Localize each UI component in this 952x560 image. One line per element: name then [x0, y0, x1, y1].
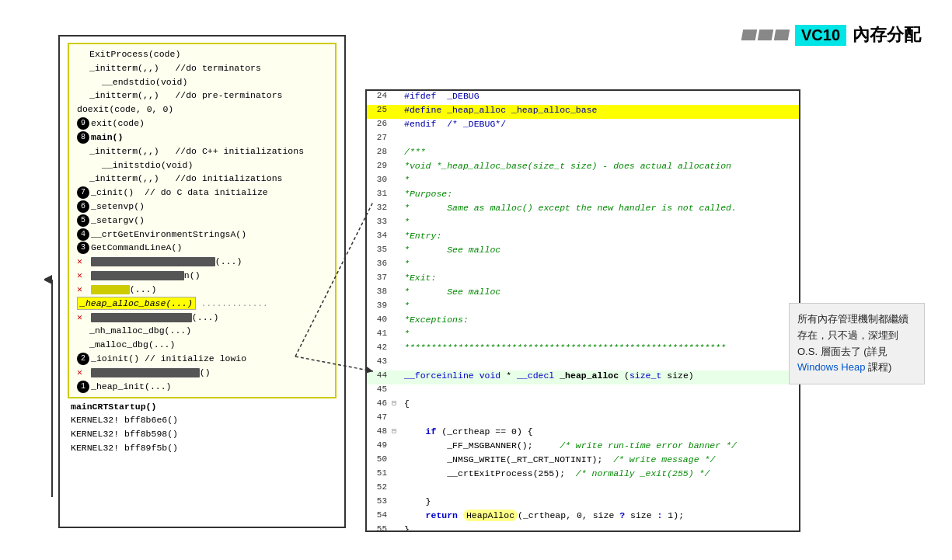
code-content-55: }: [403, 524, 796, 532]
code-line-27: 27: [367, 133, 799, 147]
call-line-setenvp: 6_setenvp(): [74, 200, 330, 214]
code-content-32: * Same as malloc() except the new handle…: [403, 203, 796, 213]
vc10-badge: VC10: [795, 25, 846, 46]
code-content-49: _FF_MSGBANNER(); /* write run-time error…: [403, 440, 796, 450]
side-comment-box: 所有內存管理機制都繼續存在，只不過，深埋到 O.S. 層面去了 (詳見 Wind…: [789, 303, 925, 384]
call-line-crtgetenv: 4__crtGetEnvironmentStringsA(): [74, 228, 330, 242]
code-content-24: #ifdef _DEBUG: [403, 91, 796, 101]
code-content-30: *: [403, 175, 796, 185]
badge-5: 5: [77, 214, 89, 227]
page-title: 內存分配: [853, 23, 921, 47]
call-line-redact4: ✕ (...): [74, 311, 330, 325]
code-line-34: 34 *Entry:: [367, 231, 799, 245]
code-content-50: _NMSG_WRITE(_RT_CRT_NOTINIT); /* write m…: [403, 454, 796, 464]
call-line-redact1: ✕ (...): [74, 255, 330, 269]
badge-7: 7: [77, 186, 89, 199]
code-line-31: 31 *Purpose:: [367, 189, 799, 203]
call-line-doexit: doexit(code, 0, 0): [74, 103, 330, 117]
call-line-heap-alloc-base: _heap_alloc_base(...) .............: [74, 297, 330, 311]
code-line-38: 38 * See malloc: [367, 287, 799, 301]
redx-icon-1: ✕: [77, 256, 82, 266]
badge-9: 9: [77, 117, 89, 130]
code-line-55: 55 }: [367, 524, 799, 532]
windows-heap-link[interactable]: Windows Heap: [797, 361, 865, 373]
code-line-30: 30 *: [367, 175, 799, 189]
call-line-initterm2: _initterm(,,) //do pre-terminators: [74, 89, 330, 103]
code-line-29: 29 *void *_heap_alloc_base(size_t size) …: [367, 161, 799, 175]
code-line-36: 36 *: [367, 259, 799, 273]
call-stack-top-section: ExitProcess(code) _initterm(,,) //do ter…: [68, 43, 337, 398]
call-line-redact5: ✕ (): [74, 366, 330, 380]
side-comment-text-before: 所有內存管理機制都繼續存在，只不過，深埋到 O.S. 層面去了 (詳見: [797, 313, 908, 357]
code-content-48: if (_crtheap == 0) {: [403, 426, 796, 437]
code-content-54: return HeapAlloc(_crtheap, 0, size ? siz…: [403, 510, 796, 520]
call-stack-panel: ExitProcess(code) _initterm(,,) //do ter…: [58, 35, 346, 528]
code-content-38: * See malloc: [403, 287, 796, 297]
code-line-45: 45: [367, 384, 799, 398]
redx-icon-5: ✕: [77, 367, 82, 377]
call-line-initstdio: __initstdio(void): [74, 158, 330, 172]
call-line-k3: KERNEL32! bff89f5b(): [68, 441, 337, 455]
call-line-initterm3: _initterm(,,) //do C++ initializations: [74, 144, 330, 158]
code-panel: 24 #ifdef _DEBUG 25 #define _heap_alloc …: [365, 89, 800, 532]
badge-8: 8: [77, 131, 89, 144]
code-line-39: 39 *: [367, 301, 799, 315]
badge-3: 3: [77, 242, 89, 254]
call-line-redact3: ✕ (...): [74, 283, 330, 297]
call-line-initterm1: _initterm(,,) //do terminators: [74, 61, 330, 75]
code-content-36: *: [403, 259, 796, 269]
badge-2: 2: [77, 353, 89, 365]
call-line-nh-malloc: _nh_malloc_dbg(...): [74, 324, 330, 338]
redx-icon-3: ✕: [77, 284, 82, 294]
page-header: VC10 內存分配: [742, 23, 921, 47]
call-line-getcmdline: 3GetCommandLineA(): [74, 241, 330, 255]
code-line-50: 50 _NMSG_WRITE(_RT_CRT_NOTINIT); /* writ…: [367, 454, 799, 468]
redacted-bar-3: [91, 285, 130, 294]
code-line-44: 44 __forceinline void * __cdecl _heap_al…: [367, 370, 799, 384]
code-content-44: __forceinline void * __cdecl _heap_alloc…: [403, 370, 796, 381]
badge-1: 1: [77, 381, 89, 393]
code-line-32: 32 * Same as malloc() except the new han…: [367, 203, 799, 217]
call-line-malloc-dbg: _malloc_dbg(...): [74, 338, 330, 352]
code-line-26: 26 #endif /* _DEBUG*/: [367, 119, 799, 133]
code-line-46: 46 ⊟ {: [367, 398, 799, 412]
code-line-48: 48 ⊟ if (_crtheap == 0) {: [367, 426, 799, 440]
code-line-42: 42 *************************************…: [367, 343, 799, 357]
code-content-51: __crtExitProcess(255); /* normally _exit…: [403, 468, 796, 478]
code-line-52: 52: [367, 482, 799, 496]
redx-icon-4: ✕: [77, 312, 82, 322]
redacted-bar-4: [91, 313, 192, 322]
code-content-46: {: [403, 398, 796, 409]
call-line-k1: KERNEL32! bff8b6e6(): [68, 413, 337, 427]
call-line-endstdio: __endstdio(void): [74, 75, 330, 89]
code-line-49: 49 _FF_MSGBANNER(); /* write run-time er…: [367, 440, 799, 454]
up-arrow-icon: [44, 272, 60, 505]
code-content-31: *Purpose:: [403, 189, 796, 199]
code-line-33: 33 *: [367, 217, 799, 231]
code-line-47: 47: [367, 412, 799, 426]
code-line-28: 28 /***: [367, 147, 799, 161]
code-line-40: 40 *Exceptions:: [367, 315, 799, 329]
call-line-k2: KERNEL32! bff8b598(): [68, 427, 337, 441]
code-content-34: *Entry:: [403, 231, 796, 241]
code-content-35: * See malloc: [403, 245, 796, 255]
code-line-25: 25 #define _heap_alloc _heap_alloc_base: [367, 105, 799, 119]
call-line-redact2: ✕ n(): [74, 269, 330, 283]
call-line-main: 8main(): [74, 130, 330, 144]
call-line-exitprocess: ExitProcess(code): [74, 47, 330, 61]
code-line-53: 53 }: [367, 496, 799, 510]
code-content-42: ****************************************…: [403, 343, 796, 353]
redacted-bar-5: [91, 368, 200, 377]
code-content-39: *: [403, 301, 796, 311]
code-content-53: }: [403, 496, 796, 506]
code-line-24: 24 #ifdef _DEBUG: [367, 91, 799, 105]
side-comment-text-after: 課程): [868, 361, 891, 373]
code-content-26: #endif /* _DEBUG*/: [403, 119, 796, 129]
call-line-cinit: 7_cinit() // do C data initialize: [74, 186, 330, 200]
call-line-maincrt: mainCRTStartup(): [68, 400, 337, 414]
call-line-setargv: 5_setargv(): [74, 214, 330, 228]
code-line-41: 41 *: [367, 329, 799, 343]
code-line-43: 43: [367, 357, 799, 370]
badge-6: 6: [77, 200, 89, 213]
code-content-37: *Exit:: [403, 273, 796, 283]
